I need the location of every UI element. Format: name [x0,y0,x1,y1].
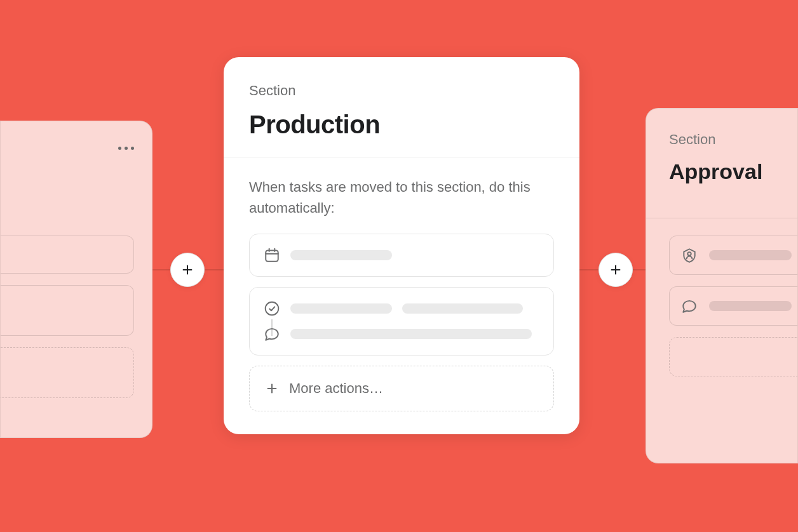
rule-placeholder-text [402,303,523,314]
rule-card[interactable] [1,285,134,336]
rule-card[interactable] [1,236,134,274]
rule-placeholder-text [709,301,792,311]
plus-icon [609,263,623,277]
comment-icon [264,326,280,342]
rule-card[interactable] [669,236,797,275]
section-card-main: Section Production When tasks are moved … [224,57,579,434]
rule-card[interactable] [249,234,554,277]
add-rule-placeholder[interactable] [669,337,797,376]
rule-placeholder-text [290,250,392,260]
rule-placeholder-text [290,329,532,339]
section-label: Section [249,83,554,99]
plus-icon [265,382,279,396]
add-section-button[interactable] [170,253,205,287]
comment-icon [681,298,698,314]
section-card-next[interactable]: Section Approval [646,108,798,463]
svg-point-6 [266,302,279,316]
svg-rect-2 [266,250,278,261]
section-header: Section Production [224,57,579,157]
more-actions-button[interactable]: More actions… [249,366,554,411]
calendar-icon [264,247,280,263]
assignee-icon [681,247,698,263]
section-label: Section [669,131,797,148]
section-title: Approval [669,159,797,184]
check-circle-icon [264,300,280,317]
divider [646,218,797,218]
svg-point-11 [687,252,691,255]
add-rule-placeholder[interactable] [1,347,134,398]
rule-placeholder-text [709,250,792,260]
automation-description: When tasks are moved to this section, do… [249,176,554,218]
add-section-button[interactable] [598,253,633,287]
workflow-canvas: Section Production When tasks are moved … [0,0,798,532]
section-card-previous[interactable] [0,121,152,438]
rule-card[interactable] [249,287,554,356]
section-title: Production [249,110,554,139]
more-actions-label: More actions… [289,380,383,397]
rule-placeholder-text [290,303,392,314]
plus-icon [180,263,194,277]
more-icon[interactable] [118,147,134,150]
rule-card[interactable] [669,286,797,326]
